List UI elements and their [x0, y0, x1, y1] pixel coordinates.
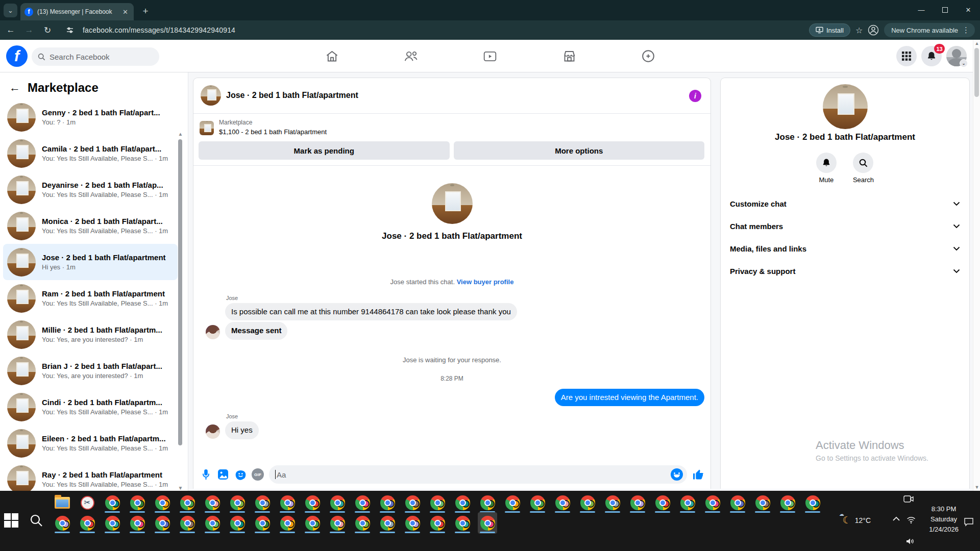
- chrome-window-icon[interactable]: [803, 492, 822, 513]
- chrome-window-icon[interactable]: [353, 512, 372, 534]
- mute-button[interactable]: Mute: [816, 153, 837, 184]
- message-bubble[interactable]: 8:28 PM: [440, 374, 463, 383]
- sticker-icon[interactable]: [234, 468, 247, 481]
- chrome-window-icon[interactable]: [128, 512, 147, 534]
- chrome-window-icon[interactable]: [728, 492, 747, 513]
- chrome-window-icon[interactable]: [478, 512, 497, 534]
- chrome-window-icon[interactable]: [453, 492, 472, 513]
- conversation-item[interactable]: Deyanirse · 2 bed 1 bath Flat/ap... You:…: [3, 171, 178, 208]
- facebook-logo[interactable]: f: [6, 45, 28, 67]
- browser-tab[interactable]: f (13) Messenger | Facebook ✕: [20, 3, 134, 20]
- scrollbar-thumb[interactable]: [178, 139, 182, 445]
- chrome-window-icon[interactable]: [403, 512, 422, 534]
- page-scrollbar[interactable]: ▲ ▼: [973, 40, 980, 491]
- conversation-item[interactable]: Ray · 2 bed 1 bath Flat/apartment You: Y…: [3, 461, 178, 491]
- message-bubble[interactable]: Jose: [226, 413, 238, 420]
- chrome-window-icon[interactable]: [178, 492, 197, 513]
- chrome-window-icon[interactable]: [328, 492, 347, 513]
- details-section-row[interactable]: Privacy & support: [725, 260, 965, 282]
- account-button[interactable]: ⌄: [946, 46, 967, 66]
- chrome-window-icon[interactable]: [553, 492, 572, 513]
- scroll-up-icon[interactable]: ▲: [973, 41, 980, 46]
- sidebar-scrollbar[interactable]: ▲ ▼: [177, 131, 184, 491]
- chrome-window-icon[interactable]: [403, 492, 422, 513]
- view-buyer-profile-link[interactable]: View buyer profile: [457, 278, 514, 286]
- chrome-window-icon[interactable]: [428, 512, 447, 534]
- nav-home-icon[interactable]: [306, 42, 357, 70]
- bookmark-star-icon[interactable]: ☆: [855, 26, 863, 35]
- chat-title[interactable]: Jose · 2 bed 1 bath Flat/apartment: [226, 91, 358, 100]
- install-button[interactable]: Install: [809, 23, 850, 37]
- conversation-item[interactable]: Eileen · 2 bed 1 bath Flat/apartm... You…: [3, 425, 178, 461]
- browser-profile-icon[interactable]: [868, 24, 879, 36]
- chrome-window-icon[interactable]: [378, 492, 397, 513]
- chrome-window-icon[interactable]: [378, 512, 397, 534]
- conversation-item[interactable]: Millie · 2 bed 1 bath Flat/apartm... You…: [3, 316, 178, 353]
- search-in-conversation-button[interactable]: Search: [853, 153, 874, 184]
- chrome-window-icon[interactable]: [153, 512, 172, 534]
- chrome-update-pill[interactable]: New Chrome available ⋮: [884, 23, 975, 37]
- message-bubble[interactable]: Jose is waiting for your response.: [403, 356, 501, 365]
- chrome-window-icon[interactable]: [353, 492, 372, 513]
- nav-gaming-icon[interactable]: [623, 42, 674, 70]
- chrome-window-icon[interactable]: [103, 512, 122, 534]
- tab-close-icon[interactable]: ✕: [121, 8, 130, 16]
- conversation-item[interactable]: Camila · 2 bed 1 bath Flat/apart... You:…: [3, 135, 178, 171]
- chrome-window-icon[interactable]: [628, 492, 647, 513]
- nav-friends-icon[interactable]: [385, 42, 436, 70]
- chrome-window-icon[interactable]: [103, 492, 122, 513]
- message-bubble[interactable]: Is possible can call me at this number 9…: [225, 303, 517, 320]
- message-bubble[interactable]: Hi yes: [225, 421, 259, 439]
- forward-button[interactable]: →: [21, 22, 37, 38]
- chrome-window-icon[interactable]: [253, 512, 272, 534]
- chrome-window-icon[interactable]: [603, 492, 622, 513]
- tab-search-caret-icon[interactable]: ⌄: [4, 4, 17, 17]
- snipping-tool-icon[interactable]: ✂: [78, 492, 97, 513]
- chrome-window-icon[interactable]: [428, 492, 447, 513]
- chrome-window-icon[interactable]: [78, 512, 97, 534]
- chrome-window-icon[interactable]: [153, 492, 172, 513]
- window-close-button[interactable]: ✕: [957, 0, 980, 19]
- chrome-window-icon[interactable]: [53, 512, 72, 534]
- camera-tray-icon[interactable]: [903, 495, 914, 503]
- chrome-window-icon[interactable]: [528, 492, 547, 513]
- facebook-search-input[interactable]: Search Facebook: [32, 47, 159, 66]
- chrome-window-icon[interactable]: [453, 512, 472, 534]
- conversation-item[interactable]: Genny · 2 bed 1 bath Flat/apart... You: …: [3, 99, 178, 135]
- file-explorer-icon[interactable]: [53, 492, 72, 513]
- conversation-item[interactable]: Monica · 2 bed 1 bath Flat/apart... You:…: [3, 208, 178, 244]
- chrome-window-icon[interactable]: [653, 492, 672, 513]
- gif-icon[interactable]: GIF: [252, 468, 264, 481]
- details-section-row[interactable]: Media, files and links: [725, 237, 965, 260]
- apps-grid-button[interactable]: [896, 46, 917, 66]
- details-section-row[interactable]: Customize chat: [725, 192, 965, 215]
- chrome-window-icon[interactable]: [303, 492, 322, 513]
- chrome-window-icon[interactable]: [253, 492, 272, 513]
- back-button[interactable]: ←: [3, 22, 18, 38]
- nav-marketplace-icon[interactable]: [544, 42, 595, 70]
- chrome-window-icon[interactable]: [228, 492, 247, 513]
- window-maximize-button[interactable]: [933, 0, 957, 19]
- chrome-window-icon[interactable]: [278, 512, 297, 534]
- chrome-window-icon[interactable]: [578, 492, 597, 513]
- like-thumb-icon[interactable]: [692, 468, 704, 481]
- reload-button[interactable]: ↻: [40, 22, 55, 38]
- more-options-button[interactable]: More options: [454, 141, 705, 160]
- weather-widget[interactable]: ☾ 12°C: [843, 514, 871, 526]
- voice-clip-icon[interactable]: [200, 468, 212, 481]
- browser-menu-icon[interactable]: ⋮: [962, 26, 970, 35]
- message-input[interactable]: Aa: [269, 465, 687, 484]
- site-info-icon[interactable]: [62, 22, 78, 38]
- taskbar-clock[interactable]: 8:30 PM Saturday 1/24/2026: [929, 504, 959, 535]
- tray-overflow-chevron-icon[interactable]: [892, 516, 900, 521]
- wifi-icon[interactable]: [906, 516, 916, 523]
- chrome-window-icon[interactable]: [503, 492, 522, 513]
- scrollbar-thumb[interactable]: [974, 48, 979, 97]
- volume-icon[interactable]: [905, 538, 915, 545]
- scroll-down-icon[interactable]: ▼: [177, 485, 184, 491]
- address-bar-url[interactable]: facebook.com/messages/t/1843429942940914: [83, 26, 235, 34]
- scroll-up-icon[interactable]: ▲: [177, 131, 184, 137]
- details-section-row[interactable]: Chat members: [725, 215, 965, 237]
- start-button[interactable]: [4, 513, 19, 529]
- conversation-item[interactable]: Jose · 2 bed 1 bath Flat/apartment Hi ye…: [3, 244, 178, 280]
